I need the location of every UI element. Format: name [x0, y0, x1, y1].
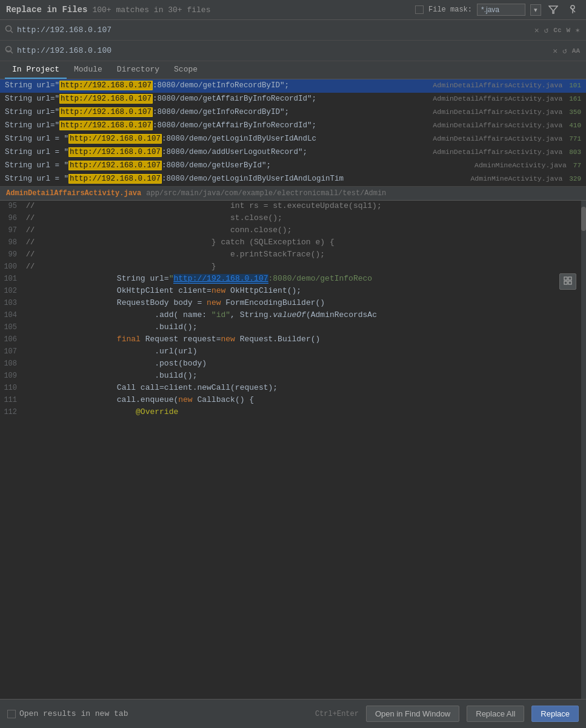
file-mask-input[interactable] [477, 4, 525, 16]
result-file: AdminDetailAffairsActivity.java 803 [433, 148, 581, 156]
result-item[interactable]: String url = "http://192.168.0.107:8080/… [0, 133, 586, 146]
code-line-100: 100 // } [0, 261, 586, 273]
tab-directory[interactable]: Directory [110, 61, 167, 79]
replace-icon [5, 45, 13, 56]
result-item[interactable]: String url="http://192.168.0.107:8080/de… [0, 106, 586, 119]
result-line: 329 [569, 175, 581, 182]
line-number: 107 [0, 347, 22, 356]
result-line: 101 [569, 82, 581, 89]
line-content: } catch (SQLException e) { [39, 238, 335, 247]
scope-tabs: In Project Module Directory Scope [0, 61, 586, 79]
result-highlight: http://192.168.0.107 [68, 134, 162, 144]
result-file: AdminDetailAffairsActivity.java 771 [433, 135, 581, 142]
result-highlight: http://192.168.0.107 [68, 161, 162, 170]
scrollbar-vertical[interactable] [581, 201, 586, 699]
line-number: 109 [0, 372, 22, 380]
line-number: 97 [0, 226, 22, 235]
file-mask-label: File mask: [428, 5, 472, 14]
ctrl-enter-label: Ctrl+Enter [315, 710, 359, 718]
svg-line-5 [11, 30, 13, 33]
line-content: .post(body) [39, 359, 207, 368]
scroll-to-source-btn[interactable] [559, 273, 576, 290]
open-results-checkbox-label[interactable]: Open results in new tab [7, 709, 128, 718]
line-comment: // [22, 226, 39, 235]
line-content: .build(); [39, 322, 197, 332]
replace-case-icon[interactable]: AA [571, 46, 581, 56]
replace-value: http://192.168.0.100 [17, 46, 548, 55]
code-line-97: 97 // conn.close(); [0, 225, 586, 237]
file-mask-checkbox[interactable] [415, 5, 424, 14]
result-line: 77 [573, 162, 581, 169]
line-number: 101 [0, 275, 22, 283]
line-number: 106 [0, 335, 22, 344]
result-file: AdminDetailAffairsActivity.java 161 [433, 95, 581, 102]
tab-scope[interactable]: Scope [167, 61, 205, 79]
line-content: st.close(); [39, 213, 282, 222]
line-number: 96 [0, 214, 22, 222]
header-title: Replace in Files [6, 5, 87, 15]
open-results-label: Open results in new tab [19, 709, 128, 718]
line-number: 111 [0, 396, 22, 404]
tab-module[interactable]: Module [67, 61, 110, 79]
replace-clear-icon[interactable]: ✕ [551, 45, 559, 57]
line-comment: // [22, 214, 39, 222]
result-item[interactable]: String url = "http://192.168.0.107:8080/… [0, 146, 586, 159]
tab-in-project[interactable]: In Project [5, 61, 67, 79]
line-content: call.enqueue(new Callback() { [39, 395, 254, 404]
svg-rect-9 [568, 277, 571, 280]
result-item[interactable]: String url = "http://192.168.0.107:8080/… [0, 173, 586, 186]
result-code-prefix: String url="http://192.168.0.107:8080/de… [5, 95, 316, 103]
code-line-99: 99 // e.printStackTrace(); [0, 249, 586, 261]
open-find-window-btn[interactable]: Open in Find Window [366, 706, 459, 722]
line-comment: // [22, 262, 39, 271]
line-number: 104 [0, 311, 22, 319]
find-case-icon[interactable]: Cc [552, 25, 562, 35]
code-line-105: 105 .build(); [0, 322, 586, 334]
svg-rect-10 [564, 281, 567, 284]
line-number: 105 [0, 323, 22, 332]
result-item[interactable]: String url="http://192.168.0.107:8080/de… [0, 79, 586, 93]
find-icon [5, 25, 13, 36]
bottom-bar: Open results in new tab Ctrl+Enter Open … [0, 699, 586, 728]
line-content: final Request request=new Request.Builde… [39, 335, 320, 344]
result-line: 410 [569, 122, 581, 129]
result-file: AdminMineActivity.java 77 [474, 161, 581, 169]
line-content: String url="http://192.168.0.107:8080/de… [39, 274, 372, 283]
code-line-111: 111 call.enqueue(new Callback() { [0, 395, 586, 407]
line-number: 99 [0, 250, 22, 259]
line-comment: // [22, 238, 39, 247]
results-list: String url="http://192.168.0.107:8080/de… [0, 79, 586, 187]
result-item[interactable]: String url="http://192.168.0.107:8080/de… [0, 119, 586, 133]
code-line-103: 103 RequestBody body = new FormEncodingB… [0, 298, 586, 310]
find-history-icon[interactable]: ↺ [543, 24, 550, 36]
find-word-icon[interactable]: W [565, 25, 572, 35]
result-item[interactable]: String url="http://192.168.0.107:8080/de… [0, 93, 586, 106]
find-regex-icon[interactable]: ✶ [574, 24, 581, 36]
filter-icon-btn[interactable] [546, 4, 561, 16]
line-content: .build(); [39, 371, 197, 380]
svg-point-2 [571, 5, 574, 9]
line-number: 98 [0, 238, 22, 247]
result-file: AdminDetailAffairsActivity.java 101 [433, 81, 581, 89]
line-number: 102 [0, 287, 22, 295]
line-content: .add( name: "id", String.valueOf(AdminRe… [39, 310, 377, 319]
open-results-checkbox[interactable] [7, 710, 16, 718]
code-line-101: 101 String url="http://192.168.0.107:808… [0, 273, 586, 286]
result-highlight: http://192.168.0.107 [68, 147, 162, 157]
code-line-104: 104 .add( name: "id", String.valueOf(Adm… [0, 310, 586, 322]
replace-btn[interactable]: Replace [531, 706, 579, 722]
result-code-prefix: String url = "http://192.168.0.107:8080/… [5, 135, 316, 143]
pin-icon-btn[interactable] [565, 4, 580, 16]
code-line-110: 110 Call call=client.newCall(request); [0, 382, 586, 395]
line-content: OkHttpClient client=new OkHttpClient(); [39, 286, 301, 295]
line-number: 110 [0, 384, 22, 392]
replace-history-icon[interactable]: ↺ [561, 45, 568, 57]
scrollbar-thumb[interactable] [581, 207, 586, 231]
header-matches: 100+ matches in 30+ files [92, 5, 210, 15]
replace-all-btn[interactable]: Replace All [467, 706, 524, 722]
result-code-prefix: String url = "http://192.168.0.107:8080/… [5, 161, 271, 170]
find-clear-icon[interactable]: ✕ [533, 24, 541, 36]
file-mask-dropdown[interactable]: ▾ [530, 4, 541, 16]
result-line: 803 [569, 149, 581, 156]
result-item[interactable]: String url = "http://192.168.0.107:8080/… [0, 159, 586, 173]
